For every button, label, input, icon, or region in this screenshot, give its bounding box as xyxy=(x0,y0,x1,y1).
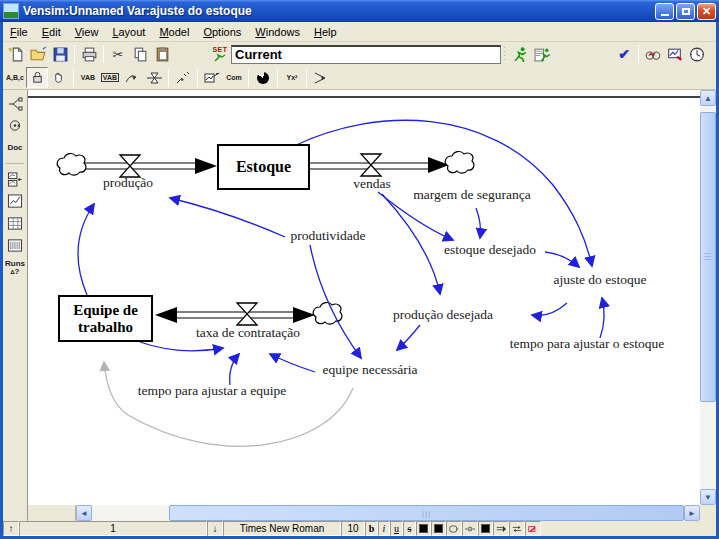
cloud-source-producao xyxy=(57,154,86,176)
save-model-icon[interactable] xyxy=(49,44,71,65)
menu-windows[interactable]: Windows xyxy=(248,24,307,40)
variable-tool-icon[interactable]: VAB xyxy=(77,67,99,88)
arrow-width-icon[interactable] xyxy=(493,521,509,536)
bold-button[interactable]: b xyxy=(365,521,378,536)
equations-tool-icon[interactable]: Yx² xyxy=(281,67,303,88)
stock-estoque[interactable]: Estoque xyxy=(217,144,310,190)
check-model-icon[interactable]: ✔ xyxy=(613,44,635,65)
menu-view[interactable]: View xyxy=(68,24,106,40)
arrow-position-icon[interactable] xyxy=(509,521,525,536)
var-vendas[interactable]: vendas xyxy=(353,177,391,192)
var-tempo-ajustar-estoque[interactable]: tempo para ajustar o estoque xyxy=(510,337,664,352)
open-model-icon[interactable] xyxy=(27,44,49,65)
font-size-selector[interactable]: 10 xyxy=(341,521,365,536)
box-variable-tool-icon[interactable]: VAB xyxy=(99,67,121,88)
loops-icon[interactable] xyxy=(5,116,25,135)
strikethrough-button[interactable]: s xyxy=(403,521,416,536)
fill-color-swatch[interactable] xyxy=(478,521,493,536)
var-estoque-desejado[interactable]: estoque desejado xyxy=(444,243,536,258)
hide-level-icon[interactable] xyxy=(525,521,541,536)
delete-tool-icon[interactable] xyxy=(252,67,274,88)
table-icon[interactable] xyxy=(5,214,25,233)
minimize-button[interactable] xyxy=(655,3,674,20)
var-equipe-necessaria[interactable]: equipe necessária xyxy=(323,363,418,378)
simulate-icon[interactable] xyxy=(509,44,531,65)
causes-tree-icon[interactable] xyxy=(5,94,25,113)
horizontal-scroll-thumb[interactable]: ||| xyxy=(169,505,684,521)
simulation-setup-icon[interactable] xyxy=(531,44,553,65)
link-produtividade-to-equipe-necessaria xyxy=(310,245,361,358)
graph-icon[interactable] xyxy=(5,192,25,211)
valve-vendas[interactable] xyxy=(361,154,381,176)
link-producao-desejada-to-equipe-necessaria xyxy=(397,325,420,350)
subscript-tool-icon[interactable]: A,B,c xyxy=(4,67,26,88)
horizontal-scrollbar[interactable]: ◄ ||| ► xyxy=(28,505,700,521)
stock-equipe-de-trabalho[interactable]: Equipe de trabalho xyxy=(58,295,153,342)
box-color-swatch[interactable] xyxy=(431,521,446,536)
close-button[interactable]: ✕ xyxy=(697,3,716,20)
menu-edit[interactable]: Edit xyxy=(35,24,68,40)
valve-taxa-de-contratacao[interactable] xyxy=(237,303,257,325)
reference-mode-tool-icon[interactable] xyxy=(310,67,332,88)
page-up-button[interactable]: ↑ xyxy=(3,521,19,536)
arrow-tool-icon[interactable] xyxy=(121,67,143,88)
link-equipe-box-to-taxa xyxy=(140,342,223,351)
set-dataset-icon[interactable]: SET xyxy=(209,46,231,62)
restore-button[interactable] xyxy=(676,3,695,20)
runs-compare-icon[interactable]: Runs ▵? xyxy=(5,258,25,277)
dataset-input[interactable] xyxy=(231,45,501,64)
link-equipe-necessaria-to-equipe-gray xyxy=(104,362,353,446)
shape-selector-icon[interactable] xyxy=(446,521,462,536)
window-title: Vensim:Unnamed Var:ajuste do estoque xyxy=(23,4,653,18)
lock-tool-icon[interactable] xyxy=(26,67,48,88)
gauge-icon[interactable] xyxy=(686,44,708,65)
valve-producao[interactable] xyxy=(120,155,140,177)
vertical-scrollbar[interactable]: ▲ ||| ▼ xyxy=(700,90,716,505)
scroll-left-button[interactable]: ◄ xyxy=(76,505,92,521)
scroll-up-button[interactable]: ▲ xyxy=(700,90,716,106)
italic-button[interactable]: i xyxy=(378,521,390,536)
flow-arrowhead-taxa-out xyxy=(293,307,315,323)
menu-model[interactable]: Model xyxy=(152,24,196,40)
title-bar[interactable]: Vensim:Unnamed Var:ajuste do estoque ✕ xyxy=(0,0,719,22)
var-taxa-de-contratacao[interactable]: taxa de contratação xyxy=(196,326,300,341)
control-panel-icon[interactable] xyxy=(664,44,686,65)
app-icon xyxy=(3,3,19,19)
var-margem-de-seguranca[interactable]: margem de segurança xyxy=(413,188,530,203)
menu-help[interactable]: Help xyxy=(307,24,344,40)
comment-tool-icon[interactable]: Com xyxy=(223,67,245,88)
text-color-swatch[interactable] xyxy=(416,521,431,536)
scroll-corner-pane xyxy=(28,505,76,521)
font-name-selector[interactable]: Times New Roman xyxy=(223,521,341,536)
underline-button[interactable]: u xyxy=(390,521,403,536)
page-down-button[interactable]: ↓ xyxy=(207,521,223,536)
io-object-tool-icon[interactable] xyxy=(201,67,223,88)
rate-tool-icon[interactable] xyxy=(143,67,165,88)
new-model-icon[interactable] xyxy=(5,44,27,65)
vertical-scroll-thumb[interactable]: ||| xyxy=(700,112,716,402)
shadow-variable-tool-icon[interactable] xyxy=(172,67,194,88)
scroll-right-button[interactable]: ► xyxy=(684,505,700,521)
document-icon[interactable]: Doc xyxy=(5,138,25,157)
var-producao-desejada[interactable]: produção desejada xyxy=(393,308,493,323)
var-producao[interactable]: produção xyxy=(103,176,153,191)
menu-file[interactable]: File xyxy=(3,24,35,40)
print-icon[interactable] xyxy=(78,44,100,65)
paste-icon[interactable] xyxy=(151,44,173,65)
menu-layout[interactable]: Layout xyxy=(105,24,152,40)
table-time-icon[interactable] xyxy=(5,236,25,255)
var-tempo-ajustar-equipe[interactable]: tempo para ajustar a equipe xyxy=(138,384,286,399)
scroll-down-button[interactable]: ▼ xyxy=(700,489,716,505)
page-number[interactable]: 1 xyxy=(19,521,207,536)
causes-strip-icon[interactable] xyxy=(5,170,25,189)
position-icon[interactable] xyxy=(462,521,478,536)
sketch-canvas[interactable]: Estoque Equipe de trabalho produção vend… xyxy=(28,90,700,505)
reality-check-icon[interactable] xyxy=(642,44,664,65)
menu-options[interactable]: Options xyxy=(196,24,248,40)
cut-icon[interactable]: ✂ xyxy=(107,44,129,65)
copy-icon[interactable] xyxy=(129,44,151,65)
move-tool-icon[interactable] xyxy=(48,67,70,88)
var-produtividade[interactable]: produtividade xyxy=(291,229,366,244)
status-bar: ↑ 1 ↓ Times New Roman 10 b i u s xyxy=(3,521,716,536)
var-ajuste-do-estoque[interactable]: ajuste do estoque xyxy=(554,273,647,288)
